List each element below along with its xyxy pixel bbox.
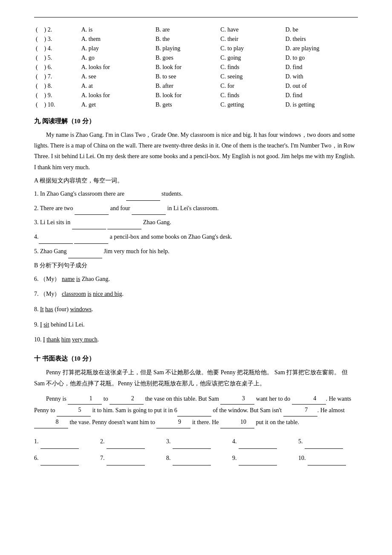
fill-item: 4. a pencil-box and some books on Zhao G… <box>34 230 358 244</box>
section-10-title: 十 书面表达（10 分） <box>34 355 358 363</box>
option-b: B. after <box>154 81 219 91</box>
choice-row: ( ) 2. A. is B. are C. have D. be <box>34 25 358 35</box>
part-b-label: B 分析下列句子成分 <box>34 262 358 269</box>
fill-blank-2: 2 <box>110 393 144 405</box>
choice-row: ( ) 5. A. go B. goes C. going D. to go <box>34 53 358 63</box>
underlined-text: has <box>45 306 53 312</box>
question-num: ) 4. <box>43 44 80 53</box>
underlined-text: is <box>87 291 91 297</box>
analysis-item: 7. （My） classroom is nice and big. <box>34 287 358 301</box>
passage-text: My name is Zhao Gang. I'm in Class Two，G… <box>34 130 358 173</box>
analysis-item: 10. I thank him very much. <box>34 332 358 347</box>
question-num: ) 8. <box>43 81 80 91</box>
answer-blank <box>173 434 211 449</box>
option-b: B. the <box>154 35 219 44</box>
answer-blank <box>239 451 277 465</box>
underlined-text: windows <box>70 306 92 312</box>
part-a-label: A 根据短文内容填空，每空一词。 <box>34 177 358 185</box>
answer-blank <box>40 434 79 449</box>
answer-label: 4. <box>232 434 237 449</box>
option-a: A. is <box>80 25 154 35</box>
answer-blank <box>305 434 343 449</box>
answer-blank <box>107 451 145 465</box>
answer-label: 1. <box>34 434 39 449</box>
option-b: B. playing <box>154 44 219 53</box>
answer-label: 5. <box>298 434 303 449</box>
option-c: C. have <box>219 25 283 35</box>
paren: ( <box>34 72 43 81</box>
answer-cell: 4. <box>232 434 298 449</box>
option-a: A. at <box>80 81 154 91</box>
answer-blank <box>40 451 79 465</box>
fill-blank-10: 10 <box>220 416 254 428</box>
option-a: A. them <box>80 35 154 44</box>
answer-label: 3. <box>166 434 171 449</box>
answer-row: 1. 2. 3. 4. 5. <box>34 434 358 449</box>
option-c: C. going <box>219 53 283 63</box>
option-b: B. gets <box>154 100 219 110</box>
answer-cell: 5. <box>298 434 364 449</box>
answer-blank <box>239 434 277 449</box>
top-divider <box>34 17 358 17</box>
answer-cell: 10. <box>298 451 364 465</box>
question-num: ) 7. <box>43 72 80 81</box>
fill-items: 1. In Zhao Gang's classroom there are st… <box>34 187 358 258</box>
answer-cell: 3. <box>166 434 232 449</box>
fill-item: 3. Li Lei sits in Zhao Gang. <box>34 216 358 229</box>
paren: ( <box>34 35 43 44</box>
answer-blank <box>173 451 211 465</box>
option-d: D. find <box>284 63 358 72</box>
option-c: C. finds <box>219 91 283 100</box>
option-a: A. play <box>80 44 154 53</box>
question-num: ) 3. <box>43 35 80 44</box>
underlined-text: nice and big <box>93 291 122 297</box>
underlined-text: classroom <box>62 291 86 297</box>
answer-cell: 1. <box>34 434 100 449</box>
paren: ( <box>34 25 43 35</box>
option-d: D. is getting <box>284 100 358 110</box>
option-d: D. theirs <box>284 35 358 44</box>
option-c: C. for <box>219 81 283 91</box>
answer-label: 9. <box>232 451 237 465</box>
underlined-text: is <box>76 276 80 282</box>
answer-cell: 7. <box>100 451 166 465</box>
option-d: D. with <box>284 72 358 81</box>
choice-row: ( ) 7. A. see B. to see C. seeing D. wit… <box>34 72 358 81</box>
fill-blank-1: 1 <box>68 393 102 405</box>
underlined-text: I <box>43 336 45 343</box>
option-d: D. out of <box>284 81 358 91</box>
question-num: ) 2. <box>43 25 80 35</box>
choice-row: ( ) 6. A. looks for B. look for C. finds… <box>34 63 358 72</box>
fill-blank-7: 7 <box>283 405 317 416</box>
underlined-text: It <box>40 306 44 312</box>
choice-table: ( ) 2. A. is B. are C. have D. be ( ) 3.… <box>34 25 358 110</box>
paren: ( <box>34 81 43 91</box>
analysis-item: 6. （My） name is Zhao Gang. <box>34 272 358 286</box>
option-b: B. look for <box>154 63 219 72</box>
fill-blank-8: 8 <box>34 416 68 428</box>
answer-cell: 6. <box>34 451 100 465</box>
analysis-item: 9. I sit behind Li Lei. <box>34 318 358 332</box>
option-a: A. get <box>80 100 154 110</box>
option-d: D. find <box>284 91 358 100</box>
underlined-text: thank <box>46 336 60 343</box>
paren: ( <box>34 44 43 53</box>
option-d: D. are playing <box>284 44 358 53</box>
question-num: ) 10. <box>43 100 80 110</box>
question-num: ) 9. <box>43 91 80 100</box>
answer-label: 10. <box>298 451 306 465</box>
option-c: C. finds <box>219 63 283 72</box>
fill-item: 5. Zhao Gang Jim very much for his help. <box>34 245 358 258</box>
fill-blank-4: 4 <box>292 393 326 405</box>
option-a: A. looks for <box>80 63 154 72</box>
underlined-text: I <box>40 321 42 328</box>
choice-row: ( ) 8. A. at B. after C. for D. out of <box>34 81 358 91</box>
option-b: B. goes <box>154 53 219 63</box>
underlined-text: name <box>62 276 75 282</box>
fill-blank-6 <box>177 405 211 416</box>
fill-blank-3: 3 <box>220 393 254 405</box>
answer-row: 6. 7. 8. 9. 10. <box>34 451 358 465</box>
option-b: B. look for <box>154 91 219 100</box>
answer-label: 8. <box>166 451 171 465</box>
option-b: B. to see <box>154 72 219 81</box>
